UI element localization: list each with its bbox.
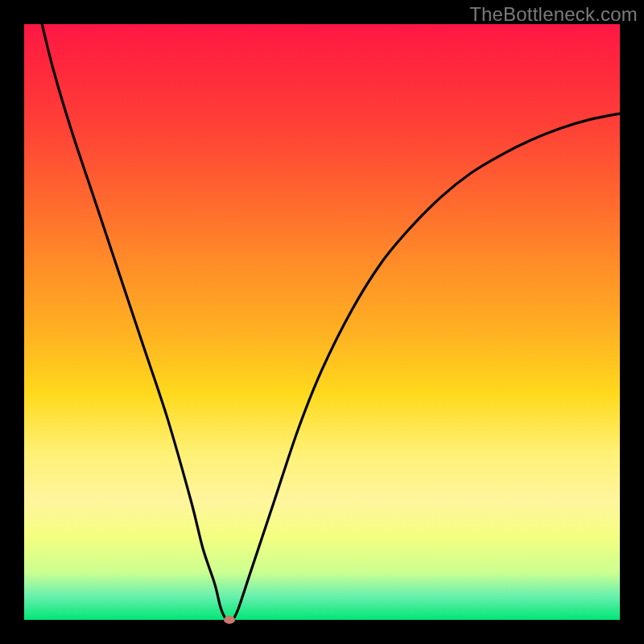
chart-plot-area (24, 24, 620, 620)
bottleneck-curve-path (42, 24, 620, 620)
optimal-point-marker (224, 616, 235, 624)
chart-frame: TheBottleneck.com (0, 0, 644, 644)
watermark-text: TheBottleneck.com (469, 3, 638, 26)
chart-curve-svg (24, 24, 620, 620)
